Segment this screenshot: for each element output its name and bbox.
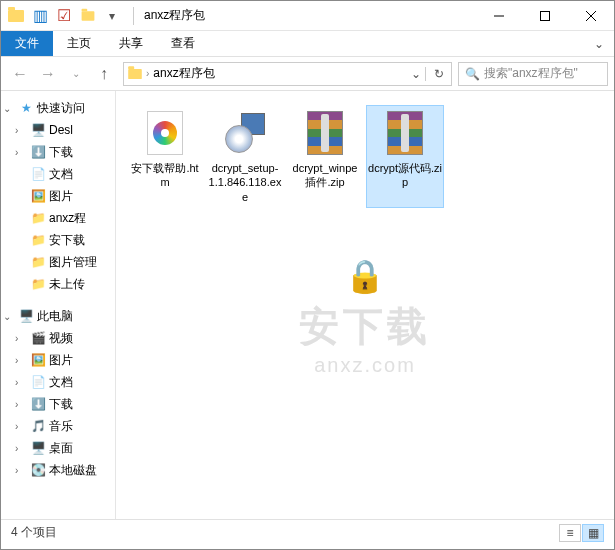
- nav-back-button[interactable]: ←: [7, 61, 33, 87]
- search-input[interactable]: 🔍 搜索"anxz程序包": [458, 62, 608, 86]
- folder-icon: 📁: [29, 209, 47, 227]
- file-thumbnail-icon: [141, 109, 189, 157]
- drive-icon: 🎬: [29, 329, 47, 347]
- file-name-label: dcrypt源代码.zip: [368, 161, 442, 190]
- drive-icon: 🖥️: [29, 439, 47, 457]
- qat-new-folder-icon[interactable]: [77, 5, 99, 27]
- nav-recent-button[interactable]: ⌄: [63, 61, 89, 87]
- nav-quick-item[interactable]: ›🖥️Desl: [1, 119, 115, 141]
- view-icons-button[interactable]: ▦: [582, 524, 604, 542]
- file-item[interactable]: dcrypt_setup-1.1.846.118.exe: [206, 105, 284, 208]
- folder-icon: 📁: [29, 275, 47, 293]
- nav-quick-access[interactable]: ⌄ ★ 快速访问: [1, 97, 115, 119]
- nav-up-button[interactable]: ↑: [91, 61, 117, 87]
- folder-icon: 📁: [29, 253, 47, 271]
- ribbon-file-tab[interactable]: 文件: [1, 31, 53, 56]
- folder-icon: 📄: [29, 165, 47, 183]
- app-icon: [5, 5, 27, 27]
- nav-pc-item[interactable]: ›📄文档: [1, 371, 115, 393]
- nav-this-pc[interactable]: ⌄ 🖥️ 此电脑: [1, 305, 115, 327]
- address-bar[interactable]: › anxz程序包 ⌄ ↻: [123, 62, 452, 86]
- breadcrumb[interactable]: anxz程序包: [149, 65, 218, 82]
- folder-icon: 🖥️: [29, 121, 47, 139]
- status-item-count: 4 个项目: [11, 524, 57, 541]
- nav-pc-item[interactable]: ›🎵音乐: [1, 415, 115, 437]
- address-folder-icon: [124, 68, 146, 80]
- qat-properties-icon[interactable]: ▥: [29, 5, 51, 27]
- minimize-button[interactable]: [476, 1, 522, 31]
- file-item[interactable]: dcrypt_winpe插件.zip: [286, 105, 364, 208]
- drive-icon: 🎵: [29, 417, 47, 435]
- file-thumbnail-icon: [221, 109, 269, 157]
- nav-pc-item[interactable]: ›⬇️下载: [1, 393, 115, 415]
- nav-pc-item[interactable]: ›🎬视频: [1, 327, 115, 349]
- search-icon: 🔍: [465, 67, 480, 81]
- folder-icon: 🖼️: [29, 187, 47, 205]
- drive-icon: 📄: [29, 373, 47, 391]
- nav-pc-item[interactable]: ›💽本地磁盘: [1, 459, 115, 481]
- drive-icon: 💽: [29, 461, 47, 479]
- file-list-area[interactable]: 🔒 安下载 anxz.com 安下载帮助.htmdcrypt_setup-1.1…: [116, 91, 614, 519]
- navigation-pane[interactable]: ⌄ ★ 快速访问 ›🖥️Desl›⬇️下载›📄文档›🖼️图片›📁anxz程›📁安…: [1, 91, 116, 519]
- nav-pc-item[interactable]: ›🖥️桌面: [1, 437, 115, 459]
- address-dropdown-icon[interactable]: ⌄: [407, 67, 425, 81]
- file-thumbnail-icon: [381, 109, 429, 157]
- qat-checked-icon[interactable]: ☑: [53, 5, 75, 27]
- nav-quick-item[interactable]: ›📄文档: [1, 163, 115, 185]
- view-details-button[interactable]: ≡: [559, 524, 581, 542]
- ribbon-tab-view[interactable]: 查看: [157, 31, 209, 56]
- folder-icon: 📁: [29, 231, 47, 249]
- window-title: anxz程序包: [144, 7, 205, 24]
- watermark: 🔒 安下载 anxz.com: [299, 257, 431, 377]
- computer-icon: 🖥️: [17, 307, 35, 325]
- folder-icon: ⬇️: [29, 143, 47, 161]
- nav-quick-item[interactable]: ›⬇️下载: [1, 141, 115, 163]
- ribbon-expand-icon[interactable]: ⌄: [584, 31, 614, 56]
- nav-quick-item[interactable]: ›📁图片管理: [1, 251, 115, 273]
- file-name-label: dcrypt_winpe插件.zip: [288, 161, 362, 190]
- star-icon: ★: [17, 99, 35, 117]
- refresh-button[interactable]: ↻: [425, 67, 451, 81]
- file-name-label: dcrypt_setup-1.1.846.118.exe: [208, 161, 282, 204]
- qat-customize-icon[interactable]: ▾: [101, 5, 123, 27]
- nav-quick-item[interactable]: ›📁未上传: [1, 273, 115, 295]
- file-item[interactable]: dcrypt源代码.zip: [366, 105, 444, 208]
- close-button[interactable]: [568, 1, 614, 31]
- file-name-label: 安下载帮助.htm: [128, 161, 202, 190]
- nav-pc-item[interactable]: ›🖼️图片: [1, 349, 115, 371]
- nav-quick-item[interactable]: ›📁安下载: [1, 229, 115, 251]
- search-placeholder: 搜索"anxz程序包": [484, 65, 578, 82]
- ribbon-tab-share[interactable]: 共享: [105, 31, 157, 56]
- nav-quick-item[interactable]: ›📁anxz程: [1, 207, 115, 229]
- maximize-button[interactable]: [522, 1, 568, 31]
- file-item[interactable]: 安下载帮助.htm: [126, 105, 204, 208]
- svg-rect-1: [541, 11, 550, 20]
- drive-icon: ⬇️: [29, 395, 47, 413]
- nav-quick-item[interactable]: ›🖼️图片: [1, 185, 115, 207]
- nav-forward-button[interactable]: →: [35, 61, 61, 87]
- drive-icon: 🖼️: [29, 351, 47, 369]
- ribbon-tab-home[interactable]: 主页: [53, 31, 105, 56]
- file-thumbnail-icon: [301, 109, 349, 157]
